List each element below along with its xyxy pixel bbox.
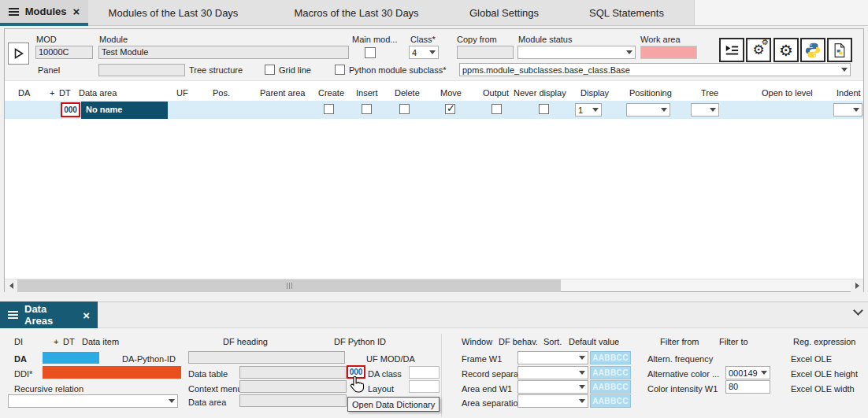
settings-button[interactable]: ⚙ <box>773 38 799 62</box>
tree-select[interactable] <box>691 103 719 117</box>
create-checkbox[interactable] <box>324 104 334 114</box>
chevron-down-icon <box>761 371 767 375</box>
python-button[interactable] <box>800 38 825 62</box>
panel-input[interactable] <box>98 64 185 76</box>
chevron-down-icon <box>579 356 585 360</box>
ddi-field[interactable] <box>43 366 181 379</box>
color-intensity-input[interactable]: 80 <box>725 380 770 394</box>
move-checkbox[interactable] <box>445 104 455 114</box>
grid-line-checkbox[interactable] <box>265 65 275 75</box>
record-separation-w1-select[interactable] <box>517 366 588 379</box>
output-checkbox[interactable] <box>491 104 502 114</box>
alternative-color-select[interactable]: 000149 <box>725 366 770 379</box>
scroll-left-button[interactable] <box>5 279 17 292</box>
horizontal-scrollbar[interactable] <box>5 279 863 291</box>
bottom-panel-tab-bar <box>0 301 868 328</box>
recursive-relation-select[interactable] <box>8 394 178 408</box>
grid-column-header: Open to level <box>762 88 813 98</box>
dt-number-cell[interactable]: 000 <box>61 102 80 117</box>
da-label: DA <box>14 354 27 364</box>
scrollbar-thumb[interactable] <box>17 279 561 292</box>
main-module-checkbox[interactable] <box>365 47 376 58</box>
record-separation-w1-color-swatch[interactable]: AABBCC <box>590 366 631 379</box>
grid-column-header: Output <box>483 88 509 98</box>
python-subclass-select[interactable]: ppms.module_subclasses.base_class.Base <box>459 63 851 76</box>
module-status-select[interactable] <box>517 46 636 59</box>
tab-modules[interactable]: Modules × <box>0 0 88 26</box>
scroll-right-icon <box>855 283 859 289</box>
data-area-name-cell[interactable]: No name <box>81 102 168 119</box>
area-end-w1-color-swatch[interactable]: AABBCC <box>590 380 631 394</box>
grid-column-header: Pos. <box>213 88 230 98</box>
grid-column-header: Data area <box>79 88 117 98</box>
da-class-input[interactable] <box>409 366 440 379</box>
tab-modules-label: Modules <box>25 6 67 17</box>
tab-data-areas[interactable]: Data Areas × <box>0 301 98 328</box>
recursive-relation-label: Recursive relation <box>14 384 83 394</box>
tab-modules-last-30-days[interactable]: Modules of the Last 30 Days <box>95 0 252 26</box>
work-area-input[interactable] <box>640 46 697 59</box>
area-end-w1-select[interactable] <box>517 380 588 394</box>
grid-column-header: Positioning <box>629 88 672 98</box>
menu-icon[interactable] <box>8 311 18 319</box>
excel-ole-width-label: Excel OLE width <box>791 384 855 394</box>
play-icon <box>14 48 24 59</box>
tab-label: Modules of the Last 30 Days <box>109 7 239 19</box>
data-table-input[interactable] <box>239 366 347 379</box>
tab-global-settings[interactable]: Global Settings <box>461 0 547 26</box>
altern-frequency-label: Altern. frequency <box>647 354 713 364</box>
layout-input[interactable] <box>409 380 440 393</box>
grid-column-header: Move <box>440 88 462 98</box>
never-display-checkbox[interactable] <box>539 104 549 114</box>
copy-from-label: Copy from <box>457 35 497 44</box>
area-separation-w1-color-swatch[interactable]: AABBCC <box>590 394 631 408</box>
frame-w1-select[interactable] <box>517 351 588 364</box>
execute-macro-list-button[interactable] <box>719 38 744 62</box>
panel-column-header: DF behav. <box>499 337 538 346</box>
da-class-label: DA class <box>368 369 402 379</box>
panel-close-icon[interactable]: × <box>83 309 90 321</box>
excel-ole-height-label: Excel OLE height <box>791 369 858 379</box>
display-value: 1 <box>576 105 592 115</box>
copy-from-input[interactable] <box>457 46 514 59</box>
delete-checkbox[interactable] <box>399 104 410 114</box>
grid-column-header: Insert <box>356 88 378 98</box>
python-file-button[interactable] <box>827 38 852 62</box>
da-python-id-input[interactable] <box>188 351 345 364</box>
ddi-label: DDI* <box>14 369 32 379</box>
mouse-cursor-icon <box>350 375 365 396</box>
context-menu-input[interactable] <box>239 380 347 393</box>
data-area-input[interactable] <box>239 394 347 407</box>
indent-select[interactable] <box>833 103 862 117</box>
python-subclass-value: ppms.module_subclasses.base_class.Base <box>460 65 841 75</box>
panel-add-column-header[interactable]: + <box>54 337 58 346</box>
work-area-label: Work area <box>640 35 681 44</box>
grid-add-column-header[interactable]: + <box>50 88 54 98</box>
frame-w1-color-swatch[interactable]: AABBCC <box>590 351 631 364</box>
menu-icon[interactable] <box>9 8 19 16</box>
context-menu-label: Context menu <box>188 384 242 394</box>
python-subclass-checkbox[interactable] <box>335 65 345 75</box>
tab-sql-statements[interactable]: SQL Statements <box>581 0 672 26</box>
positioning-select[interactable] <box>626 103 670 117</box>
chevron-down-icon <box>710 108 716 112</box>
grid-column-header: Tree <box>701 88 718 98</box>
tree-structure-label: Tree structure <box>189 65 243 75</box>
module-settings-button[interactable]: ⚙ ⚙ <box>746 38 771 62</box>
tab-macros-last-30-days[interactable]: Macros of the Last 30 Days <box>280 0 433 26</box>
chevron-down-icon <box>579 399 585 403</box>
class-select[interactable]: 4 <box>409 46 439 59</box>
grid-column-header: Display <box>581 88 609 98</box>
scroll-right-button[interactable] <box>851 279 863 292</box>
gear-icon: ⚙ <box>779 43 793 58</box>
da-field[interactable] <box>43 352 99 364</box>
area-separation-w1-select[interactable] <box>517 394 588 408</box>
run-module-button[interactable] <box>8 43 29 65</box>
module-name-input[interactable]: Test Module <box>98 46 349 59</box>
mod-input[interactable]: 10000C <box>35 46 93 59</box>
color-intensity-w1-label: Color intensity W1 <box>647 384 718 394</box>
display-select[interactable]: 1 <box>575 103 602 117</box>
tab-close-icon[interactable]: × <box>72 6 80 17</box>
insert-checkbox[interactable] <box>362 104 372 114</box>
data-area-label: Data area <box>188 398 226 407</box>
